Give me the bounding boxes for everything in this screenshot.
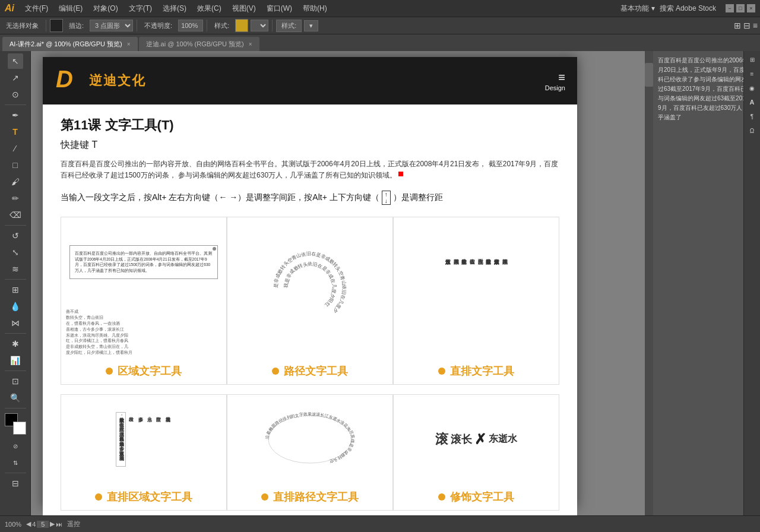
lasso-tool-button[interactable]: ⊙ (8, 87, 23, 102)
warp-tool-button[interactable]: ≋ (8, 261, 23, 277)
properties-button[interactable]: ≡ (753, 21, 758, 30)
document-content: 第11课 文字工具(T) 快捷键 T 百度百科是百度公司推出的一部内容开放、自由… (43, 104, 577, 515)
maximize-button[interactable]: □ (736, 4, 745, 12)
paintbrush-tool-button[interactable]: 🖌 (8, 174, 23, 189)
arrange-button[interactable]: ⊞ (734, 21, 741, 30)
brand-icon: D (55, 64, 84, 98)
minimize-button[interactable]: − (726, 4, 734, 12)
background-color[interactable] (13, 422, 26, 435)
menu-window[interactable]: 窗口(W) (262, 2, 297, 15)
last-page-button[interactable]: ⏭ (56, 521, 62, 528)
stock-search[interactable]: 搜索 Adobe Stock (660, 4, 716, 14)
document-canvas: D 逆迪文化 ≡ Design 第11课 文字工具(T) 快捷键 T 百度百科是… (43, 57, 577, 508)
tool-separator-7 (5, 473, 26, 473)
eyedropper-tool-button[interactable]: 💧 (8, 299, 23, 314)
workspace-selector[interactable]: 基本功能 ▾ (620, 4, 654, 14)
canvas-area[interactable]: D 逆迪文化 ≡ Design 第11课 文字工具(T) 快捷键 T 百度百科是… (31, 51, 653, 515)
scrollbar-v[interactable] (645, 51, 653, 515)
design-label: Design (545, 84, 565, 91)
next-page-button[interactable]: ▶ (50, 520, 55, 528)
menu-text[interactable]: 文字(T) (124, 2, 157, 15)
menu-effect[interactable]: 效果(C) (192, 2, 226, 15)
mini-tool-circle[interactable]: ◉ (746, 82, 758, 94)
zoom-tool-button[interactable]: 🔍 (8, 390, 23, 406)
blend-tool-button[interactable]: ⋈ (8, 315, 23, 331)
tool-separator-6 (5, 408, 26, 408)
vertical-area-text2: 白雄发发 (126, 412, 135, 467)
layout-toggle[interactable]: ⊟ (743, 21, 750, 30)
brand-text: 逆迪文化 (89, 72, 146, 90)
toolbar: 无选择对象 描边: 3 点圆形 不透明度: 样式: ▾ 样式: ▾ ⊞ ⊟ ≡ (0, 17, 760, 34)
eraser-tool-button[interactable]: ⌫ (8, 207, 23, 223)
mini-tool-para[interactable]: ¶ (746, 110, 758, 122)
vertical-area-name: 直排区域文字工具 (107, 490, 192, 504)
art-status: 遥控 (67, 520, 80, 528)
stroke-style-select[interactable]: 3 点圆形 (90, 20, 133, 31)
zoom-level[interactable]: 100% (5, 521, 21, 528)
scrollbar-thumb-v[interactable] (645, 63, 653, 87)
column-chart-tool-button[interactable]: 📊 (8, 353, 23, 368)
vertical-area-text5: 度夕阳红 (154, 412, 162, 467)
mini-tool-collapse[interactable]: ≡ (746, 68, 758, 80)
gradient-tool-button[interactable]: ⊞ (8, 282, 23, 297)
swap-colors-button[interactable]: ⇅ (8, 455, 23, 470)
page-num-input[interactable]: 5 (37, 521, 49, 528)
color-box[interactable] (5, 413, 26, 435)
style-swatch[interactable] (235, 19, 248, 32)
vertical-path-text-section: 沿着椭圆路径排列的文字效果滚滚长江东逝水浪花淘尽英雄是非成败转头空 直排路径文字… (227, 394, 393, 511)
scale-tool-button[interactable]: ⤡ (8, 245, 23, 260)
menu-help[interactable]: 帮助(H) (298, 2, 332, 15)
path-text-demo-area: 是非成败转头空青山依旧在是非成败转头空青山依旧在几度夕 我是非成败转头依旧在是非… (227, 217, 392, 357)
vertical-area-dot (95, 493, 102, 501)
tab-nidi[interactable]: 逆迪.ai @ 100% (RGB/GPU 预览) × (139, 37, 259, 51)
rotate-tool-button[interactable]: ↺ (8, 228, 23, 243)
none-fill-button[interactable]: ⊘ (8, 438, 23, 454)
path-text-label-row: 路径文字工具 (227, 358, 392, 384)
document-settings-button[interactable]: 样式: (276, 20, 302, 32)
mini-tool-a[interactable]: A (746, 96, 758, 108)
direct-select-tool-button[interactable]: ↗ (8, 70, 23, 86)
svg-text:D: D (56, 66, 73, 92)
vertical-area-demo: 非是非成败转头空，青山依旧在，几度夕阳红，日夕滞橘江上，惯看秋月春风，一壶浊酒喜… (61, 395, 226, 484)
prev-page-button[interactable]: ◀ (26, 520, 31, 528)
stroke-color-swatch[interactable] (50, 19, 63, 32)
menu-edit[interactable]: 编辑(E) (54, 2, 87, 15)
area-text-demo: 百度百科是百度公司推出的一部内容开放、自由的网络百科全书平台。其测试版于2006… (69, 245, 218, 279)
screen-mode-button[interactable]: ⊟ (8, 476, 23, 491)
pencil-tool-button[interactable]: ✏ (8, 191, 23, 206)
svg-text:沿着椭圆路径排列的文字效果滚滚长江东逝水浪花淘尽英雄是非成败: 沿着椭圆路径排列的文字效果滚滚长江东逝水浪花淘尽英雄是非成败转头空 (265, 412, 356, 464)
symbol-tool-button[interactable]: ✱ (8, 336, 23, 352)
shortcut-line: 快捷键 T (61, 139, 559, 151)
vertical-text-label-row: 直排文字工具 (394, 358, 559, 384)
preferences-button[interactable]: ▾ (304, 20, 318, 31)
menu-select[interactable]: 选择(S) (158, 2, 191, 15)
type-tool-button[interactable]: T (8, 124, 23, 140)
tool-separator-2 (5, 225, 26, 226)
menu-file[interactable]: 文件(F) (20, 2, 53, 15)
vertical-area-label-row: 直排区域文字工具 (61, 484, 226, 510)
menu-right: 基本功能 ▾ 搜索 Adobe Stock − □ × (620, 4, 755, 14)
vertical-area-demo-inner: 非是非成败转头空，青山依旧在，几度夕阳红，日夕滞橘江上，惯看秋月春风，一壶浊酒喜… (113, 410, 173, 469)
hamburger-menu-icon[interactable]: ≡ Design (545, 71, 565, 91)
opacity-input[interactable] (178, 20, 203, 31)
menu-view[interactable]: 视图(V) (227, 2, 261, 15)
artboard-tool-button[interactable]: ⊡ (8, 373, 23, 389)
style-select[interactable]: ▾ (251, 20, 268, 31)
select-tool-button[interactable]: ↖ (8, 53, 23, 69)
menu-object[interactable]: 对象(O) (88, 2, 122, 15)
deco-char-2: 滚长 (451, 432, 472, 446)
pen-tool-button[interactable]: ✒ (8, 107, 23, 123)
vertical-col-3: 是非成败转头空 (461, 255, 468, 321)
brand-logo: D 逆迪文化 (55, 64, 146, 98)
deco-char-4: 东逝水 (489, 433, 517, 445)
style-label: 样式: (211, 20, 233, 31)
rect-tool-button[interactable]: □ (8, 157, 23, 173)
close-button[interactable]: × (747, 4, 755, 12)
mini-tool-expand[interactable]: ⊞ (746, 53, 758, 65)
tab-ai-course-close[interactable]: × (127, 41, 131, 48)
tab-ai-course[interactable]: AI-课件2.ai* @ 100% (RGB/GPU 预览) × (2, 37, 138, 51)
tab-nidi-close[interactable]: × (249, 41, 252, 48)
line-tool-button[interactable]: ∕ (8, 141, 23, 156)
vertical-col-2: 浪花淘尽英雄 (452, 255, 460, 321)
mini-tool-omega[interactable]: Ω (746, 125, 758, 137)
